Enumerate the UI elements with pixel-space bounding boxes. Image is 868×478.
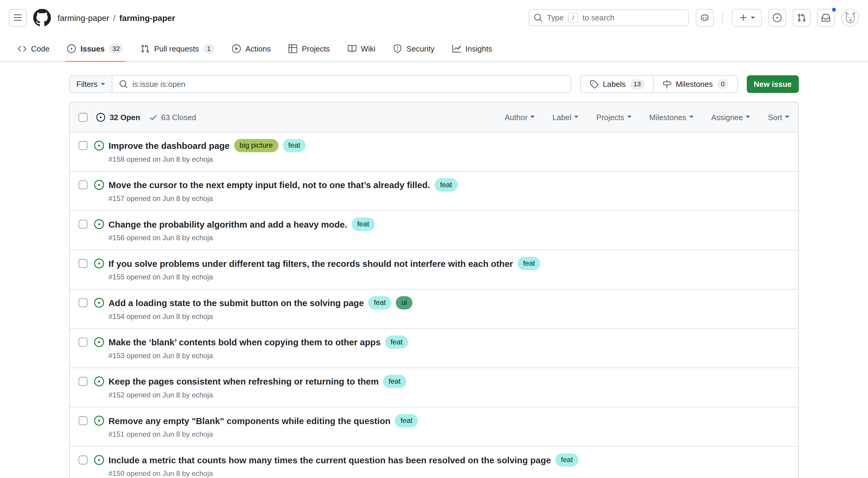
issue-checkbox[interactable]	[79, 455, 88, 465]
milestones-button[interactable]: Milestones 0	[653, 76, 737, 92]
issue-title[interactable]: Make the ‘blank’ contents bold when copy…	[108, 338, 381, 347]
breadcrumb-repo[interactable]: farming-paper	[119, 13, 175, 22]
assignee-dropdown[interactable]: Assignee	[711, 113, 750, 122]
issue-opened-icon	[67, 44, 76, 53]
closed-count-label: 63 Closed	[161, 113, 196, 122]
open-issue-icon	[94, 140, 104, 164]
notification-dot	[831, 7, 837, 12]
search-placeholder-suffix: to search	[583, 13, 614, 22]
filters-label: Filters	[76, 79, 97, 89]
issue-title[interactable]: Change the probability algorithm and add…	[108, 220, 347, 229]
issue-content: Keep the pages consistent when refreshin…	[108, 375, 789, 400]
issue-label[interactable]: feat	[385, 336, 408, 349]
insights-icon	[452, 44, 461, 53]
issue-title[interactable]: Include a metric that counts how many ti…	[108, 455, 551, 465]
tab-insights[interactable]: Insights	[446, 35, 499, 61]
issue-meta: #154 opened on Jun 8 by echoja	[108, 312, 789, 322]
issue-checkbox[interactable]	[79, 377, 88, 386]
issue-label[interactable]: feat	[555, 453, 578, 467]
filters-dropdown-button[interactable]: Filters	[69, 75, 112, 93]
projects-icon	[288, 44, 298, 53]
caret-down-icon	[574, 116, 579, 120]
global-header: farming-paper / farming-paper Type / to …	[0, 0, 868, 35]
issue-row: Move the cursor to the next empty input …	[70, 171, 798, 211]
copilot-button[interactable]	[696, 9, 713, 27]
sort-dropdown[interactable]: Sort	[768, 113, 789, 122]
issue-title[interactable]: Add a loading state to the submit button…	[108, 298, 364, 308]
issues-search-input[interactable]: is:issue is:open	[112, 75, 571, 93]
select-all-checkbox[interactable]	[79, 113, 88, 122]
labels-label: Labels	[603, 79, 626, 89]
tab-actions[interactable]: Actions	[225, 35, 278, 61]
issue-label[interactable]: feat	[352, 217, 375, 231]
search-icon	[534, 13, 543, 22]
tab-label: Pull requests	[154, 44, 199, 53]
label-dropdown[interactable]: Label	[552, 113, 578, 122]
issue-label[interactable]: feat	[283, 139, 306, 152]
tab-pull-requests[interactable]: Pull requests 1	[134, 35, 221, 61]
global-search-input[interactable]: Type / to search	[529, 9, 689, 26]
hamburger-menu-icon	[13, 13, 22, 22]
breadcrumb: farming-paper / farming-paper	[58, 13, 175, 22]
hamburger-menu-button[interactable]	[9, 9, 27, 27]
issue-row: Change the probability algorithm and add…	[70, 211, 798, 250]
your-pull-requests-button[interactable]	[793, 9, 810, 27]
issue-row: If you solve problems under different ta…	[70, 250, 798, 289]
issue-label[interactable]: feat	[383, 375, 406, 388]
open-issue-icon	[94, 416, 104, 439]
tab-label: Projects	[302, 44, 330, 53]
breadcrumb-owner[interactable]: farming-paper	[58, 13, 109, 22]
github-logo[interactable]	[33, 9, 51, 27]
issue-title[interactable]: Move the cursor to the next empty input …	[108, 181, 430, 190]
issue-title[interactable]: Improve the dashboard page	[108, 141, 229, 150]
caret-down-icon	[689, 116, 693, 120]
open-issues-filter[interactable]: 32 Open	[96, 113, 140, 122]
create-new-button[interactable]	[732, 9, 762, 27]
issue-label[interactable]: feat	[518, 257, 540, 270]
issue-checkbox[interactable]	[79, 181, 88, 190]
issue-content: Move the cursor to the next empty input …	[108, 178, 789, 204]
issue-title[interactable]: If you solve problems under different ta…	[108, 259, 513, 268]
author-dropdown[interactable]: Author	[505, 113, 535, 122]
plus-icon	[739, 13, 748, 22]
issue-checkbox[interactable]	[79, 220, 88, 229]
tab-projects[interactable]: Projects	[282, 35, 336, 61]
open-issue-icon	[94, 219, 104, 243]
caret-down-icon	[750, 17, 755, 21]
issue-label[interactable]: feat	[434, 178, 457, 191]
issue-content: Improve the dashboard pagebig picturefea…	[108, 139, 789, 164]
tab-code[interactable]: Code	[11, 35, 56, 61]
new-issue-button[interactable]: New issue	[746, 75, 799, 93]
open-issue-icon	[94, 377, 104, 400]
issue-content: Add a loading state to the submit button…	[108, 296, 789, 322]
issue-label[interactable]: feat	[368, 296, 392, 309]
issue-label[interactable]: ui	[396, 296, 412, 309]
pull-request-icon	[141, 44, 150, 53]
inbox-wrap	[817, 9, 835, 27]
milestones-dropdown[interactable]: Milestones	[649, 113, 694, 122]
issue-label[interactable]: big picture	[234, 139, 278, 152]
tab-security[interactable]: Security	[387, 35, 441, 61]
issue-meta: #155 opened on Jun 8 by echoja	[108, 272, 789, 282]
issues-list-header: 32 Open 63 Closed Author Label Projects …	[70, 102, 798, 132]
issue-checkbox[interactable]	[79, 141, 88, 150]
tag-icon	[589, 79, 598, 89]
issue-label[interactable]: feat	[395, 414, 418, 427]
projects-dropdown[interactable]: Projects	[596, 113, 632, 122]
tab-issues[interactable]: Issues 32	[61, 35, 130, 61]
issue-meta: #152 opened on Jun 8 by echoja	[108, 390, 789, 400]
tab-wiki[interactable]: Wiki	[341, 35, 382, 61]
issue-title[interactable]: Keep the pages consistent when refreshin…	[108, 377, 379, 386]
user-avatar[interactable]	[841, 9, 859, 27]
issue-checkbox[interactable]	[79, 338, 88, 347]
closed-issues-filter[interactable]: 63 Closed	[149, 113, 196, 122]
issue-checkbox[interactable]	[79, 416, 88, 425]
open-issue-icon	[94, 180, 104, 204]
milestones-count-badge: 0	[717, 79, 728, 89]
your-issues-button[interactable]	[768, 9, 786, 27]
labels-button[interactable]: Labels 13	[581, 76, 653, 92]
issue-checkbox[interactable]	[79, 298, 88, 307]
issue-checkbox[interactable]	[79, 259, 88, 268]
issue-title[interactable]: Remove any empty "Blank" components whil…	[108, 416, 391, 425]
check-icon	[149, 113, 158, 122]
